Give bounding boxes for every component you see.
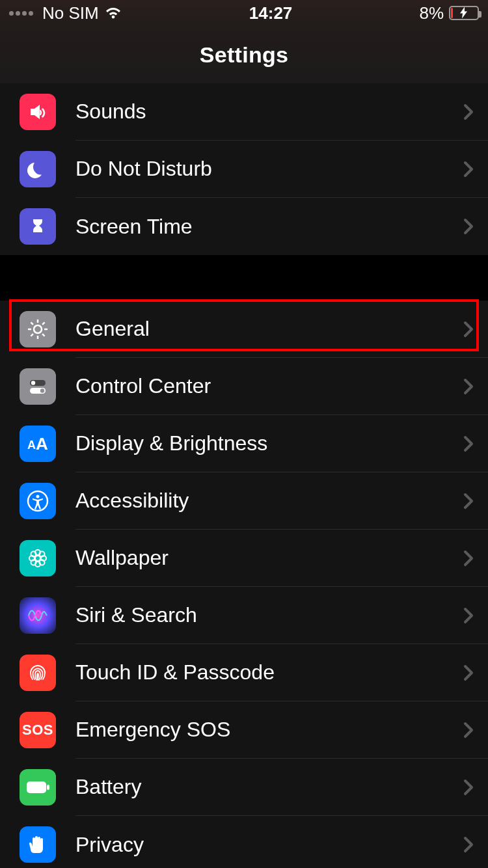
row-siri[interactable]: Siri & Search [0,587,488,644]
chevron-right-icon [463,378,474,395]
accessibility-icon [20,483,56,519]
row-label: Touch ID & Passcode [75,660,463,685]
chevron-right-icon [463,321,474,338]
svg-rect-16 [27,781,46,793]
row-display[interactable]: AA Display & Brightness [0,415,488,472]
battery-percent: 8% [419,3,444,23]
toggles-icon [20,368,56,405]
row-label: Privacy [75,833,463,857]
chevron-right-icon [463,836,474,853]
row-screentime[interactable]: Screen Time [0,198,488,255]
fingerprint-icon [20,655,56,691]
row-label: Control Center [75,374,463,398]
chevron-right-icon [463,103,474,120]
cellular-dots-icon [9,11,33,16]
row-label: General [75,317,463,341]
row-label: Siri & Search [75,603,463,627]
battery-icon [449,6,479,20]
chevron-right-icon [463,218,474,235]
row-privacy[interactable]: Privacy [0,816,488,868]
battery-icon [20,769,56,806]
moon-icon [20,151,56,187]
hand-icon [20,826,56,863]
aa-icon: AA [20,426,56,462]
row-wallpaper[interactable]: Wallpaper [0,530,488,587]
hourglass-icon [20,208,56,245]
row-label: Screen Time [75,215,463,239]
row-control-center[interactable]: Control Center [0,358,488,415]
row-label: Emergency SOS [75,718,463,742]
chevron-right-icon [463,435,474,452]
wifi-icon [104,6,122,20]
chevron-right-icon [463,550,474,567]
row-label: Wallpaper [75,546,463,570]
svg-point-2 [31,381,35,385]
row-accessibility[interactable]: Accessibility [0,472,488,530]
flower-icon [20,540,56,576]
sos-icon: SOS [20,712,56,748]
page-title: Settings [200,42,289,68]
chevron-right-icon [463,664,474,681]
row-label: Accessibility [75,489,463,513]
row-label: Do Not Disturb [75,157,463,181]
svg-rect-17 [47,785,49,790]
row-label: Sounds [75,100,463,124]
svg-point-4 [40,388,44,392]
row-label: Battery [75,775,463,799]
svg-point-0 [34,325,42,333]
svg-point-6 [36,495,40,498]
settings-group-2: General Control Center AA Display & Brig… [0,301,488,868]
section-gap [0,255,488,301]
row-battery[interactable]: Battery [0,759,488,816]
svg-point-7 [35,556,40,561]
carrier-text: No SIM [42,3,99,23]
row-dnd[interactable]: Do Not Disturb [0,141,488,198]
row-sos[interactable]: SOS Emergency SOS [0,701,488,759]
row-sounds[interactable]: Sounds [0,83,488,141]
status-bar: No SIM 14:27 8% [0,0,488,26]
row-label: Display & Brightness [75,431,463,455]
row-general[interactable]: General [0,301,488,358]
page-header: Settings [0,26,488,83]
row-touchid[interactable]: Touch ID & Passcode [0,644,488,701]
chevron-right-icon [463,779,474,796]
chevron-right-icon [463,722,474,739]
chevron-right-icon [463,161,474,178]
clock-time: 14:27 [122,3,420,23]
chevron-right-icon [463,607,474,624]
siri-icon [20,597,56,634]
sound-icon [20,94,56,130]
chevron-right-icon [463,493,474,509]
gear-icon [20,311,56,347]
settings-group-1: Sounds Do Not Disturb Screen Time [0,83,488,255]
